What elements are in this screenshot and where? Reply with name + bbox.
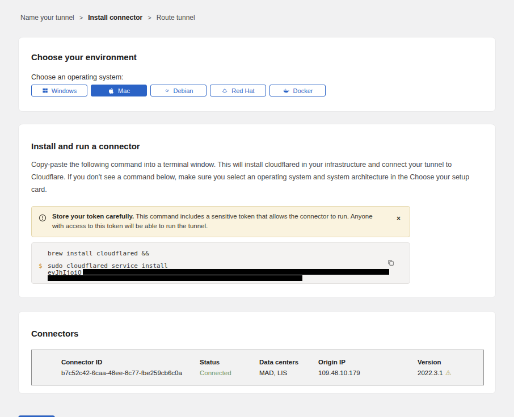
os-button-label: Docker: [293, 87, 313, 94]
breadcrumb-install-connector[interactable]: Install connector: [88, 14, 142, 22]
breadcrumb-separator: >: [79, 14, 83, 21]
apple-logo-icon: [108, 87, 115, 94]
os-button-label: Debian: [174, 87, 193, 94]
close-icon[interactable]: ×: [394, 212, 403, 225]
status-badge: Connected: [200, 369, 259, 376]
cell-origin-ip: 109.48.10.179: [318, 369, 418, 376]
copy-icon[interactable]: [386, 258, 396, 268]
version-value: 2022.3.1: [418, 369, 443, 376]
install-connector-title: Install and run a connector: [31, 141, 483, 151]
os-button-docker[interactable]: Docker: [269, 85, 326, 96]
column-header-origin-ip: Origin IP: [318, 359, 418, 369]
install-command-lines: brew install cloudflared && sudo cloudfl…: [48, 250, 389, 282]
os-button-label: Mac: [118, 87, 130, 94]
connectors-card: Connectors Connector ID Status Data cent…: [18, 311, 496, 394]
install-command-code-block: $ brew install cloudflared && sudo cloud…: [31, 242, 410, 284]
os-button-mac[interactable]: Mac: [91, 85, 147, 96]
cell-version: 2022.3.1 ⚠: [418, 369, 483, 376]
install-connector-description: Copy-paste the following command into a …: [31, 159, 483, 196]
cell-data-centers: MAD, LIS: [259, 369, 318, 376]
command-line-sudo: sudo cloudflared service install: [48, 263, 389, 269]
os-button-label: Windows: [52, 87, 77, 94]
connectors-table: Connector ID Status Data centers Origin …: [31, 350, 484, 385]
redacted-token-bar: [83, 269, 389, 275]
viewport-bottom-strip: [0, 417, 514, 420]
environment-card: Choose your environment Choose an operat…: [18, 37, 496, 112]
column-header-data-centers: Data centers: [259, 359, 318, 369]
breadcrumb-route-tunnel[interactable]: Route tunnel: [157, 14, 195, 22]
command-line-brew: brew install cloudflared &&: [48, 250, 389, 257]
os-button-redhat[interactable]: Red Hat: [210, 85, 266, 96]
os-select-label: Choose an operating system:: [31, 73, 483, 81]
warning-triangle-icon: ⚠: [445, 369, 452, 376]
column-header-version: Version: [418, 359, 483, 369]
redhat-logo-icon: [221, 87, 228, 94]
os-button-group: Windows Mac Debian: [31, 85, 483, 96]
install-connector-card: Install and run a connector Copy-paste t…: [18, 124, 496, 298]
cell-connector-id: b7c52c42-6caa-48ee-8c77-fbe259cb6c0a: [61, 369, 200, 376]
token-warning-bold: Store your token carefully.: [52, 213, 134, 220]
connectors-table-grid: Connector ID Status Data centers Origin …: [61, 359, 483, 376]
command-line-token: eyJhIjoiO: [48, 269, 389, 275]
breadcrumb-name-your-tunnel[interactable]: Name your tunnel: [20, 14, 74, 22]
column-header-connector-id: Connector ID: [61, 359, 200, 369]
breadcrumb: Name your tunnel > Install connector > R…: [0, 0, 514, 22]
os-button-label: Red Hat: [231, 87, 254, 94]
info-circle-icon: [39, 214, 47, 222]
debian-logo-icon: [164, 87, 170, 94]
token-warning-text: Store your token carefully. This command…: [52, 212, 389, 232]
docker-logo-icon: [283, 87, 290, 94]
column-header-status: Status: [200, 359, 259, 369]
token-warning-banner: Store your token carefully. This command…: [31, 206, 410, 238]
os-button-debian[interactable]: Debian: [150, 85, 207, 96]
connectors-title: Connectors: [31, 329, 483, 338]
redacted-token-bar: [48, 275, 302, 281]
windows-logo-icon: [42, 87, 48, 94]
os-button-windows[interactable]: Windows: [31, 85, 87, 96]
shell-prompt: $: [39, 263, 43, 269]
command-line-token-2: [48, 275, 389, 282]
breadcrumb-separator: >: [148, 14, 151, 21]
environment-card-title: Choose your environment: [31, 52, 483, 62]
